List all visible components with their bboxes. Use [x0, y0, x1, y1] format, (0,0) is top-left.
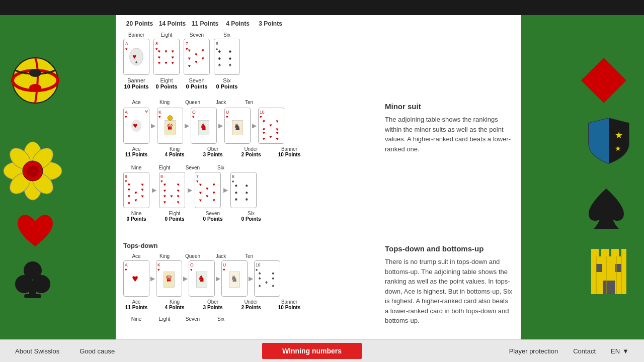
svg-text:U: U — [226, 110, 229, 115]
td-bottom-names: Nine Eight Seven Six — [123, 316, 377, 322]
svg-text:♥: ♥ — [158, 115, 161, 119]
svg-text:♥: ♥ — [177, 182, 180, 187]
svg-text:♥: ♥ — [158, 60, 160, 65]
minor-suit-cards: Ace King Queen Jack Ten A — [123, 100, 377, 232]
language-code: EN — [611, 347, 620, 355]
svg-text:♠: ♠ — [272, 270, 275, 276]
svg-text:♥: ♥ — [160, 179, 163, 184]
svg-text:♥: ♥ — [177, 200, 180, 205]
svg-text:A: A — [145, 109, 148, 114]
right-sidebar: ★ ★ — [521, 15, 644, 362]
svg-text:♥: ♥ — [196, 179, 199, 184]
svg-text:6: 6 — [216, 41, 218, 46]
tops-card-names: Ace King Queen Jack Ten — [123, 253, 377, 259]
player-protection-link[interactable]: Player protection — [509, 347, 558, 355]
banner-points-row: Banner 10 Points Eight 0 Points Seven 0 … — [123, 77, 513, 89]
eight-pts-label: Eight 0 Points — [162, 211, 188, 222]
svg-text:♥: ♥ — [134, 190, 137, 195]
points-3: 3 Points — [254, 20, 287, 27]
svg-text:♠: ♠ — [235, 196, 237, 202]
svg-text:♥: ♥ — [125, 47, 128, 51]
td-card-under: U ♥ ♞ — [221, 260, 248, 297]
arrow-4: ▶ — [252, 122, 257, 129]
td-ten-name: Ten — [236, 253, 262, 259]
winning-numbers-button[interactable]: Winning numbers — [262, 343, 362, 359]
svg-text:O: O — [190, 262, 194, 267]
points-4: 4 Points — [221, 20, 254, 27]
deco-heart — [15, 211, 55, 251]
banner-card-row: Banner A ♥ ♥ ♠ — [123, 32, 513, 75]
td-arrow-2: ▶ — [183, 275, 188, 282]
tops-down-cards: Tops-down Ace King Queen Jack Ten — [123, 242, 377, 323]
ten-name: Ten — [236, 100, 262, 105]
svg-text:♞: ♞ — [200, 122, 207, 132]
svg-text:♥: ♥ — [158, 55, 160, 60]
td-arrow-3: ▶ — [216, 275, 220, 282]
svg-text:♞: ♞ — [233, 122, 241, 132]
svg-text:♛: ♛ — [165, 274, 173, 284]
svg-rect-170 — [621, 249, 626, 259]
language-selector[interactable]: EN ▼ — [611, 347, 629, 355]
tops-down-label: Tops-down — [123, 242, 377, 249]
contact-link[interactable]: Contact — [573, 347, 596, 355]
svg-text:♥: ♥ — [177, 194, 180, 199]
svg-text:♠: ♠ — [265, 280, 268, 285]
ace-card-label: Ace 11 Points — [123, 146, 149, 157]
svg-text:♥: ♥ — [165, 49, 167, 54]
ace-name: Ace — [123, 100, 149, 105]
svg-text:♥: ♥ — [199, 182, 202, 187]
minor-top-cards: Ace King Queen Jack Ten — [123, 100, 377, 105]
svg-text:♥: ♥ — [188, 56, 191, 61]
svg-text:♥: ♥ — [164, 188, 166, 193]
eight-label-banner: Eight 0 Points — [153, 77, 180, 89]
tops-top-points: Ace 11 Points King 4 Points Ober 3 Point… — [123, 299, 377, 310]
svg-text:♛: ♛ — [166, 122, 174, 132]
minor-suit-info: Minor suit The adjoining table shows the… — [377, 100, 513, 154]
svg-text:♥: ♥ — [172, 49, 174, 54]
td-ace-pts: Ace 11 Points — [123, 299, 149, 310]
svg-text:♥: ♥ — [195, 52, 197, 57]
svg-text:♥: ♥ — [263, 130, 265, 135]
td-six-name: Six — [208, 316, 234, 322]
about-swisslos-link[interactable]: About Swisslos — [15, 347, 59, 355]
svg-text:♥: ♥ — [202, 56, 204, 61]
card-ober-minor: O ♥ ♞ — [191, 108, 217, 144]
banner-card-label: Banner 10 Points — [276, 146, 302, 157]
seven-label-banner: Seven 0 Points — [184, 77, 210, 89]
svg-text:7: 7 — [196, 174, 199, 179]
deco-castle — [584, 241, 634, 297]
card-face-banner: A ♥ ♥ ♠ — [123, 39, 149, 75]
seven-name: Seven — [180, 165, 206, 170]
minor-cards-bottom: 9 ♥ ♥ ♥ ♥ ♥ ♥ ♥ ♥ ♥ ♥ — [123, 172, 377, 208]
svg-text:♠: ♠ — [272, 283, 275, 288]
td-card-banner: 10 ♠ ♠ ♠ ♠ ♠ ♠ ♠ ♠ — [254, 260, 280, 297]
card-eight-minor: 8 ♥ ♥ ♥ ♥ ♥ ♥ ♥ ♥ ♥ ♥ — [159, 172, 185, 208]
svg-text:♠: ♠ — [229, 62, 231, 67]
king-card-label: King 4 Points — [162, 146, 188, 157]
svg-text:♥: ♥ — [199, 190, 202, 195]
svg-text:♥: ♥ — [269, 123, 272, 128]
svg-text:♠: ♠ — [135, 60, 137, 64]
svg-marker-163 — [581, 58, 626, 103]
tops-down-description: There is no trump suit in tops-down and … — [385, 257, 513, 326]
card-name-seven: Seven — [190, 32, 204, 38]
arrow-3: ▶ — [218, 122, 223, 129]
svg-text:10: 10 — [256, 262, 261, 267]
svg-text:♥: ♥ — [263, 119, 265, 124]
svg-text:♥: ♥ — [260, 115, 262, 119]
svg-rect-18 — [24, 294, 41, 298]
svg-text:♥: ♥ — [164, 194, 166, 199]
card-name-banner: Banner — [128, 32, 144, 38]
eight-pts-banner: 0 Points — [153, 83, 180, 89]
svg-text:♥: ♥ — [134, 198, 137, 203]
card-name-six: Six — [223, 32, 230, 38]
svg-text:♥: ♥ — [269, 134, 272, 139]
deco-clover — [10, 256, 55, 302]
td-card-ace: A ♥ ♥ — [123, 260, 149, 297]
svg-text:♥: ♥ — [223, 267, 225, 272]
good-cause-link[interactable]: Good cause — [79, 347, 115, 355]
card-eight-banner: Eight 8 ♥ ♥ ♥ ♥ ♥ ♥ ♥ — [153, 32, 180, 75]
points-20: 20 Points — [123, 20, 156, 27]
content-area[interactable]: 20 Points 14 Points 11 Points 4 Points 3… — [116, 15, 521, 362]
svg-text:♥: ♥ — [192, 115, 195, 119]
